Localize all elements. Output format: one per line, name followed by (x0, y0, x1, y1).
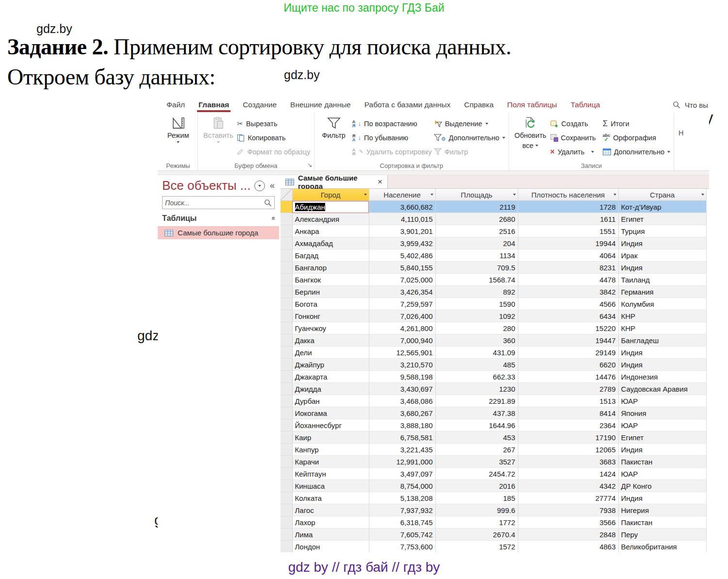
cell-population[interactable]: 12,565,901 (369, 347, 435, 359)
view-button[interactable]: Режим (162, 115, 194, 143)
cell-population[interactable]: 5,840,155 (369, 262, 435, 274)
cell-city[interactable]: Анкара (292, 225, 369, 237)
cell-country[interactable]: Нигерия (618, 504, 706, 516)
tab-help[interactable]: Справка (457, 97, 500, 113)
cell-country[interactable]: Таиланд (618, 274, 706, 286)
cell-population[interactable]: 7,000,940 (369, 334, 435, 347)
cell-population[interactable]: 3,660,682 (369, 201, 435, 213)
cell-population[interactable]: 12,991,000 (369, 456, 435, 468)
cell-country[interactable]: КНР (618, 322, 706, 334)
cell-density[interactable]: 6620 (518, 359, 618, 371)
column-dropdown-icon[interactable] (513, 194, 516, 196)
cell-population[interactable]: 3,221,435 (369, 444, 435, 456)
cell-population[interactable]: 7,025,000 (369, 274, 435, 286)
cell-city[interactable]: Лондон (292, 541, 369, 553)
cell-population[interactable]: 3,468,086 (369, 395, 435, 407)
record-selector[interactable] (281, 322, 292, 334)
record-selector[interactable] (281, 359, 292, 371)
cell-density[interactable]: 4478 (518, 274, 618, 286)
cell-city[interactable]: Лима (292, 529, 369, 541)
cell-country[interactable]: Колумбия (618, 298, 706, 310)
column-header-population[interactable]: Население (369, 189, 435, 201)
record-selector[interactable] (281, 407, 292, 419)
cell-area[interactable]: 1134 (435, 249, 518, 262)
cell-density[interactable]: 3842 (518, 286, 618, 298)
record-selector[interactable] (281, 249, 292, 262)
cell-area[interactable]: 2119 (435, 201, 518, 213)
cell-country[interactable]: Турция (618, 225, 706, 237)
cell-density[interactable]: 2848 (518, 529, 618, 541)
cell-country[interactable]: Саудовская Аравия (618, 383, 706, 395)
cell-density[interactable]: 19944 (518, 237, 618, 249)
cell-area[interactable]: 360 (435, 334, 518, 347)
format-painter-button[interactable]: Формат по образцу (237, 147, 310, 157)
cell-population[interactable]: 6,318,745 (369, 516, 435, 529)
record-selector[interactable] (281, 274, 292, 286)
cell-area[interactable]: 1092 (435, 310, 518, 322)
close-icon[interactable]: × (378, 177, 382, 187)
delete-record-button[interactable]: × Удалить (550, 147, 596, 157)
cell-population[interactable]: 7,605,742 (369, 529, 435, 541)
cell-city[interactable]: Киншаса (292, 480, 369, 492)
cell-population[interactable]: 6,758,581 (369, 431, 435, 444)
cell-area[interactable]: 1572 (435, 541, 518, 553)
cell-country[interactable]: Кот-д’Ивуар (618, 201, 706, 213)
cell-density[interactable]: 2789 (518, 383, 618, 395)
cell-area[interactable]: 1230 (435, 383, 518, 395)
cell-city[interactable]: Гуанчжоу (292, 322, 369, 334)
cell-population[interactable]: 5,138,208 (369, 492, 435, 504)
cell-area[interactable]: 2680 (435, 213, 518, 225)
cell-population[interactable]: 3,497,097 (369, 468, 435, 480)
cell-country[interactable]: Индонезия (618, 371, 706, 383)
record-selector[interactable] (281, 541, 292, 553)
cell-country[interactable]: ЮАР (618, 395, 706, 407)
cell-density[interactable]: 4064 (518, 249, 618, 262)
cell-area[interactable]: 437.38 (435, 407, 518, 419)
cell-density[interactable]: 8414 (518, 407, 618, 419)
cell-area[interactable]: 999.6 (435, 504, 518, 516)
cell-density[interactable]: 29149 (518, 347, 618, 359)
selection-button[interactable]: Выделение (434, 118, 505, 129)
cell-city[interactable]: Каир (292, 431, 369, 444)
cell-city[interactable]: Кейптаун (292, 468, 369, 480)
cell-population[interactable]: 3,430,697 (369, 383, 435, 395)
cell-area[interactable]: 431.09 (435, 347, 518, 359)
nav-menu-button[interactable] (254, 181, 265, 191)
cell-area[interactable]: 204 (435, 237, 518, 249)
cell-country[interactable]: ЮАР (618, 419, 706, 431)
cell-population[interactable]: 3,680,267 (369, 407, 435, 419)
record-selector[interactable] (281, 492, 292, 504)
spelling-button[interactable]: abc✓ Орфография (603, 132, 670, 143)
cell-city[interactable]: Дурбан (292, 395, 369, 407)
totals-button[interactable]: Σ Итоги (603, 118, 670, 129)
cell-density[interactable]: 3683 (518, 456, 618, 468)
cell-density[interactable]: 17190 (518, 431, 618, 444)
cell-population[interactable]: 4,110,015 (369, 213, 435, 225)
cell-city[interactable]: Богота (292, 298, 369, 310)
cell-city[interactable]: Бангалор (292, 262, 369, 274)
document-tab[interactable]: Самые большие города × (281, 175, 388, 188)
tab-database-tools[interactable]: Работа с базами данных (358, 97, 458, 113)
nav-item-table[interactable]: Самые большие города (158, 226, 279, 239)
cell-population[interactable]: 7,259,597 (369, 298, 435, 310)
cell-density[interactable]: 1728 (518, 201, 618, 213)
cell-city[interactable]: Бангкок (292, 274, 369, 286)
cell-density[interactable]: 3566 (518, 516, 618, 529)
cell-country[interactable]: Бангладеш (618, 334, 706, 347)
cell-density[interactable]: 4566 (518, 298, 618, 310)
cell-area[interactable]: 185 (435, 492, 518, 504)
cell-city[interactable]: Ахмадабад (292, 237, 369, 249)
cell-density[interactable]: 15220 (518, 322, 618, 334)
cell-city[interactable]: Джидда (292, 383, 369, 395)
cell-density[interactable]: 1551 (518, 225, 618, 237)
cell-country[interactable]: Индия (618, 444, 706, 456)
cell-country[interactable]: Египет (618, 213, 706, 225)
cell-city[interactable]: Канпур (292, 444, 369, 456)
cell-density[interactable]: 2364 (518, 419, 618, 431)
select-all-corner[interactable] (281, 189, 292, 201)
cell-population[interactable]: 7,026,400 (369, 310, 435, 322)
cell-area[interactable]: 2454.72 (435, 468, 518, 480)
sort-ascending-button[interactable]: АЯ↓ По возрастанию (352, 118, 432, 129)
record-selector[interactable] (281, 213, 292, 225)
record-selector[interactable] (281, 468, 292, 480)
